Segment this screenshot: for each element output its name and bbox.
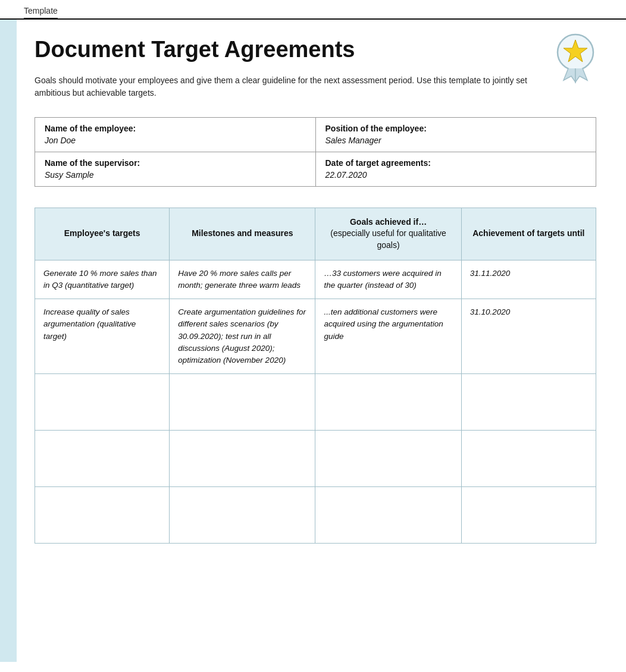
row5-targets	[35, 487, 170, 544]
position-label: Position of the employee:	[325, 124, 587, 133]
table-row: Increase quality of sales argumentation …	[35, 299, 596, 374]
info-row-2: Name of the supervisor: Susy Sample Date…	[35, 152, 596, 186]
employee-name-value: Jon Doe	[45, 136, 76, 145]
row1-achievement: 31.11.2020	[461, 260, 596, 299]
header-goals-achieved: Goals achieved if…(especially useful for…	[315, 208, 461, 260]
row2-targets: Increase quality of sales argumentation …	[35, 299, 170, 374]
row5-achievement	[461, 487, 596, 544]
row4-achievement	[461, 431, 596, 487]
info-row-1: Name of the employee: Jon Doe Position o…	[35, 117, 596, 152]
row4-goals	[315, 431, 461, 487]
template-tab[interactable]: Template	[24, 4, 58, 20]
row2-achievement: 31.10.2020	[461, 299, 596, 374]
date-label: Date of target agreements:	[325, 158, 587, 168]
info-table: Name of the employee: Jon Doe Position o…	[35, 117, 596, 187]
description-text: Goals should motivate your employees and…	[35, 74, 546, 99]
header-achievement: Achievement of targets until	[461, 208, 596, 260]
table-row	[35, 374, 596, 431]
row1-milestones: Have 20 % more sales calls per month; ge…	[170, 260, 315, 299]
row3-achievement	[461, 374, 596, 431]
row3-milestones	[170, 374, 315, 431]
award-icon	[549, 32, 602, 85]
table-row	[35, 487, 596, 544]
page-wrapper: Document Target Agreements Goals should …	[0, 20, 626, 662]
row5-milestones	[170, 487, 315, 544]
position-value: Sales Manager	[325, 136, 381, 145]
employee-name-label: Name of the employee:	[45, 124, 306, 133]
row4-milestones	[170, 431, 315, 487]
row2-goals: ...ten additional customers were acquire…	[315, 299, 461, 374]
row2-milestones: Create argumentation guidelines for diff…	[170, 299, 315, 374]
row4-targets	[35, 431, 170, 487]
table-row	[35, 431, 596, 487]
supervisor-value: Susy Sample	[45, 170, 93, 180]
employee-position-cell: Position of the employee: Sales Manager	[315, 117, 596, 152]
targets-table: Employee's targets Milestones and measur…	[35, 208, 596, 544]
agreement-date-cell: Date of target agreements: 22.07.2020	[315, 152, 596, 186]
left-accent-bar	[0, 20, 17, 662]
row3-goals	[315, 374, 461, 431]
supervisor-label: Name of the supervisor:	[45, 158, 306, 168]
row1-goals: …33 customers were acquired in the quart…	[315, 260, 461, 299]
header-employee-targets: Employee's targets	[35, 208, 170, 260]
table-row: Generate 10 % more sales than in Q3 (qua…	[35, 260, 596, 299]
row3-targets	[35, 374, 170, 431]
top-bar: Template	[0, 0, 626, 20]
main-content: Document Target Agreements Goals should …	[17, 20, 626, 662]
supervisor-name-cell: Name of the supervisor: Susy Sample	[35, 152, 316, 186]
date-value: 22.07.2020	[325, 170, 367, 180]
employee-name-cell: Name of the employee: Jon Doe	[35, 117, 316, 152]
targets-header-row: Employee's targets Milestones and measur…	[35, 208, 596, 260]
page-title: Document Target Agreements	[35, 37, 596, 62]
row1-targets: Generate 10 % more sales than in Q3 (qua…	[35, 260, 170, 299]
row5-goals	[315, 487, 461, 544]
header-milestones: Milestones and measures	[170, 208, 315, 260]
